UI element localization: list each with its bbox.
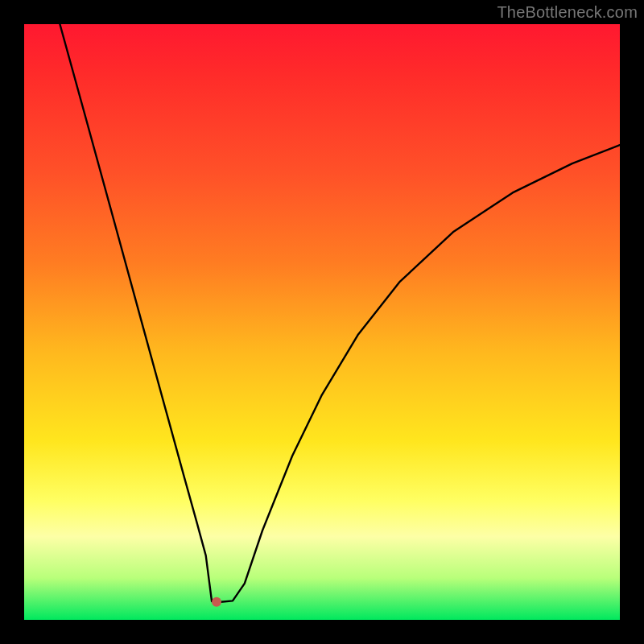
- chart-svg: [24, 24, 620, 620]
- watermark-text: TheBottleneck.com: [497, 3, 638, 22]
- bottleneck-curve: [60, 24, 620, 602]
- min-marker: [212, 597, 221, 607]
- chart-frame: TheBottleneck.com: [0, 0, 644, 644]
- plot-area: [24, 24, 620, 620]
